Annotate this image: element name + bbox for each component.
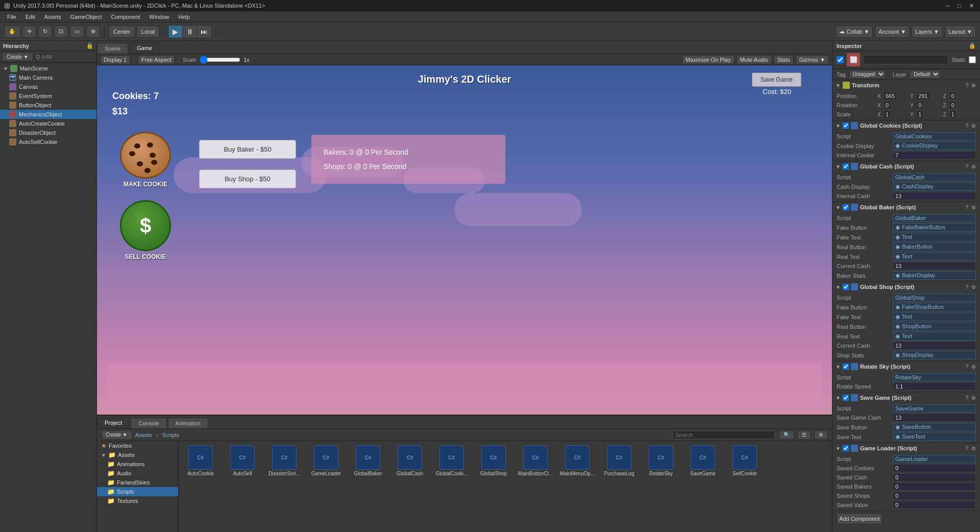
hierarchy-item-canvas[interactable]: Canvas bbox=[0, 82, 96, 91]
rotate-tool[interactable]: ↻ bbox=[38, 26, 52, 38]
close-button[interactable]: ✕ bbox=[967, 3, 976, 9]
file-item-GlobalCash[interactable]: GlobalCash bbox=[392, 445, 428, 476]
tab-animation[interactable]: Animation bbox=[168, 418, 208, 428]
hierarchy-create-btn[interactable]: Create ▼ bbox=[2, 52, 33, 61]
file-item-RotateSky[interactable]: RotateSky bbox=[643, 445, 679, 476]
obj-name-input[interactable]: MechanicsObject bbox=[863, 55, 948, 64]
rotate-sky-help-btn[interactable]: ? bbox=[964, 364, 969, 370]
prop-value[interactable]: ◉ Text bbox=[893, 312, 976, 321]
sidebar-farlandskies[interactable]: 📁 FarlandSkies bbox=[97, 478, 178, 487]
file-item-MainMenuOp[interactable]: MainMenuOp... bbox=[559, 445, 595, 476]
static-checkbox[interactable] bbox=[969, 56, 976, 63]
prop-value[interactable]: 7 bbox=[893, 151, 976, 159]
component-rotate-sky-header[interactable]: ▼ Rotate Sky (Script) ? ⚙ bbox=[832, 361, 980, 372]
prop-value[interactable]: GlobalCookies bbox=[893, 132, 976, 140]
global-shop-checkbox[interactable] bbox=[843, 284, 849, 290]
prop-value[interactable]: GameLoader bbox=[893, 455, 976, 463]
prop-value[interactable]: 1.1 bbox=[893, 382, 976, 391]
prop-value[interactable]: ◉ SaveButton bbox=[893, 423, 976, 431]
global-shop-help-btn[interactable]: ? bbox=[964, 284, 969, 290]
position-x-val[interactable]: 665 bbox=[884, 92, 897, 100]
prop-value[interactable]: ◉ ShopDisplay bbox=[893, 351, 976, 359]
file-item-GameLoader[interactable]: GameLoader bbox=[308, 445, 344, 476]
component-global-cash-header[interactable]: ▼ Global Cash (Script) ? ⚙ bbox=[832, 161, 980, 172]
game-loader-checkbox[interactable] bbox=[843, 445, 849, 451]
component-transform-header[interactable]: ▼ Transform ? ⚙ bbox=[832, 80, 980, 90]
prop-value[interactable]: GlobalCash bbox=[893, 173, 976, 181]
prop-value[interactable]: ◉ SaveText bbox=[893, 432, 976, 441]
rect-tool[interactable]: ▭ bbox=[70, 26, 84, 38]
save-game-help-btn[interactable]: ? bbox=[964, 395, 969, 401]
menu-gameobject[interactable]: GameObject bbox=[66, 13, 106, 21]
menu-window[interactable]: Window bbox=[145, 13, 173, 21]
make-cookie-button[interactable]: MAKE COOKIE bbox=[117, 132, 174, 188]
file-item-AutoSell[interactable]: AutoSell bbox=[225, 445, 260, 476]
save-game-checkbox[interactable] bbox=[843, 395, 849, 401]
sidebar-animations[interactable]: 📁 Animations bbox=[97, 460, 178, 469]
file-item-PurchaseLog[interactable]: PurchaseLog bbox=[601, 445, 637, 476]
transform-help-btn[interactable]: ? bbox=[964, 83, 969, 88]
position-y-val[interactable]: 291 bbox=[916, 92, 929, 100]
file-item-GlobalCooki[interactable]: GlobalCooki... bbox=[434, 445, 470, 476]
pivot-local-btn[interactable]: Local bbox=[137, 26, 159, 38]
global-cash-help-btn[interactable]: ? bbox=[964, 164, 969, 170]
aspect-btn[interactable]: Free Aspect bbox=[138, 55, 175, 64]
hierarchy-item-disasterobj[interactable]: DisasterObject bbox=[0, 128, 96, 137]
hierarchy-item-eventsystem[interactable]: EventSystem bbox=[0, 91, 96, 101]
global-baker-settings-btn[interactable]: ⚙ bbox=[970, 205, 977, 210]
rotation-x-val[interactable]: 0 bbox=[884, 101, 891, 109]
prop-value[interactable]: ◉ Text bbox=[893, 233, 976, 241]
step-button[interactable]: ⏭ bbox=[197, 26, 211, 38]
prop-value[interactable]: RotateSky bbox=[893, 373, 976, 381]
prop-value[interactable]: ◉ FakeShopButton bbox=[893, 303, 976, 311]
global-baker-help-btn[interactable]: ? bbox=[964, 205, 969, 210]
mute-audio-btn[interactable]: Mute Audio bbox=[737, 55, 772, 64]
hierarchy-item-camera[interactable]: 📷 Main Camera bbox=[0, 73, 96, 82]
search-icon[interactable]: 🔍 bbox=[779, 430, 794, 440]
prop-value[interactable]: 13 bbox=[893, 342, 976, 350]
prop-value[interactable]: ◉ CashDisplay bbox=[893, 182, 976, 191]
hierarchy-item-buttonobj[interactable]: ButtonObject bbox=[0, 101, 96, 110]
transform-tool[interactable]: ⊕ bbox=[86, 26, 100, 38]
display-btn[interactable]: Display 1 bbox=[100, 55, 130, 64]
pause-button[interactable]: ⏸ bbox=[183, 26, 197, 38]
sell-cookie-button[interactable]: $ SELL COOKIE bbox=[117, 200, 174, 260]
prop-value[interactable]: 0 bbox=[893, 473, 976, 481]
hierarchy-item-mechanicsobj[interactable]: MechanicsObject bbox=[0, 110, 96, 119]
collab-button[interactable]: ☁ Collab ▼ bbox=[836, 26, 873, 38]
prop-value[interactable]: 0 bbox=[893, 501, 976, 509]
prop-value[interactable]: ◉ BakerButton bbox=[893, 243, 976, 251]
account-button[interactable]: Account ▼ bbox=[875, 26, 910, 38]
scale-slider[interactable] bbox=[200, 57, 240, 63]
file-item-SellCookie[interactable]: SellCookie bbox=[727, 445, 763, 476]
prop-value[interactable]: SaveGame bbox=[893, 404, 976, 413]
project-search-input[interactable] bbox=[673, 431, 775, 439]
prop-value[interactable]: ◉ Text bbox=[893, 332, 976, 341]
prop-value[interactable]: GlobalBaker bbox=[893, 214, 976, 222]
menu-assets[interactable]: Assets bbox=[40, 13, 65, 21]
prop-value[interactable]: 0 bbox=[893, 482, 976, 491]
project-settings-icon[interactable]: ⚙ bbox=[814, 430, 828, 440]
prop-value[interactable]: 0 bbox=[893, 492, 976, 500]
save-game-button[interactable]: Save Game bbox=[752, 72, 801, 87]
tab-console[interactable]: Console bbox=[131, 418, 166, 428]
prop-value[interactable]: ◉ FakeBakerButton bbox=[893, 223, 976, 232]
global-cash-checkbox[interactable] bbox=[843, 163, 849, 170]
pivot-center-btn[interactable]: Center bbox=[109, 26, 135, 38]
project-list-view-btn[interactable]: ☰ bbox=[797, 430, 811, 440]
layers-button[interactable]: Layers ▼ bbox=[912, 26, 943, 38]
play-button[interactable]: ▶ bbox=[168, 26, 183, 38]
tab-game[interactable]: Game bbox=[129, 42, 160, 54]
global-shop-settings-btn[interactable]: ⚙ bbox=[970, 284, 977, 290]
layer-select[interactable]: Default bbox=[910, 70, 940, 79]
prop-value[interactable]: 13 bbox=[893, 192, 976, 200]
prop-value[interactable]: ◉ CookieDisplay bbox=[893, 141, 976, 150]
hierarchy-item-autocreatecookie[interactable]: AutoCreateCookie bbox=[0, 119, 96, 128]
menu-file[interactable]: File bbox=[3, 13, 20, 21]
rotation-z-val[interactable]: 0 bbox=[949, 101, 957, 109]
minimize-button[interactable]: ─ bbox=[944, 3, 952, 9]
menu-component[interactable]: Component bbox=[107, 13, 144, 21]
tab-scene[interactable]: Scene bbox=[97, 43, 128, 54]
prop-value[interactable]: ◉ ShopButton bbox=[893, 322, 976, 331]
prop-value[interactable]: 0 bbox=[893, 464, 976, 472]
